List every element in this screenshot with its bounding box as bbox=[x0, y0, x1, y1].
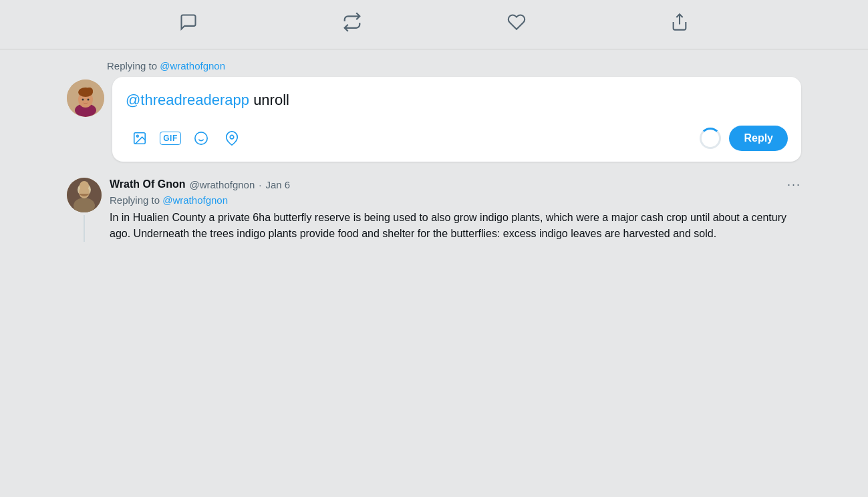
compose-mention: @threadreaderapp bbox=[126, 92, 249, 108]
loading-spinner bbox=[700, 128, 721, 149]
tweet-avatar-image bbox=[67, 178, 102, 212]
user-avatar-container bbox=[67, 79, 104, 117]
svg-point-10 bbox=[136, 135, 138, 137]
tweet-date: · bbox=[259, 179, 261, 190]
author-name: Wrath Of Gnon bbox=[110, 178, 185, 190]
compose-icon-group: GIF bbox=[126, 124, 246, 152]
more-options-icon[interactable]: ··· bbox=[787, 178, 801, 192]
tweet-body: In in Hualien County a private 6ha butte… bbox=[110, 210, 801, 242]
svg-point-7 bbox=[82, 99, 84, 101]
reply-button[interactable]: Reply bbox=[729, 126, 788, 151]
thread-line bbox=[84, 215, 85, 242]
image-button[interactable] bbox=[126, 124, 154, 152]
tweet-author-info: Wrath Of Gnon @wrathofgnon · Jan 6 bbox=[110, 178, 290, 190]
heart-icon[interactable] bbox=[507, 13, 526, 36]
svg-point-19 bbox=[80, 181, 89, 190]
gif-button[interactable]: GIF bbox=[156, 124, 184, 152]
reply-context-header: Replying to @wrathofgnon bbox=[0, 49, 868, 77]
compose-right-actions: Reply bbox=[700, 126, 788, 151]
comment-icon[interactable] bbox=[179, 13, 198, 36]
compose-area: @threadreaderapp unroll GIF bbox=[0, 77, 868, 162]
user-avatar bbox=[67, 79, 104, 117]
svg-point-14 bbox=[230, 135, 234, 139]
author-handle[interactable]: @wrathofgnon bbox=[189, 179, 255, 190]
retweet-icon[interactable] bbox=[342, 12, 362, 37]
image-icon bbox=[132, 131, 147, 146]
tweet-header: Wrath Of Gnon @wrathofgnon · Jan 6 ··· bbox=[110, 178, 801, 192]
tweet-avatar-wrapper bbox=[67, 178, 102, 242]
avatar-image bbox=[67, 79, 104, 117]
replying-to-label: Replying to bbox=[107, 60, 160, 71]
tweet-reply-context: Replying to @wrathofgnon bbox=[110, 194, 801, 206]
svg-point-8 bbox=[88, 99, 90, 101]
tweet-date-value: Jan 6 bbox=[265, 179, 290, 190]
location-button[interactable] bbox=[218, 124, 246, 152]
replying-to-mention[interactable]: @wrathofgnon bbox=[160, 60, 225, 71]
gif-icon: GIF bbox=[160, 132, 181, 145]
compose-box: @threadreaderapp unroll GIF bbox=[112, 77, 801, 162]
emoji-button[interactable] bbox=[187, 124, 215, 152]
compose-body-text: unroll bbox=[249, 92, 289, 108]
tweet-item: Wrath Of Gnon @wrathofgnon · Jan 6 ··· R… bbox=[0, 164, 868, 255]
compose-text: @threadreaderapp unroll bbox=[126, 90, 788, 111]
svg-point-6 bbox=[86, 88, 93, 94]
tweet-content: Wrath Of Gnon @wrathofgnon · Jan 6 ··· R… bbox=[110, 178, 801, 242]
share-icon[interactable] bbox=[670, 13, 689, 36]
action-bar bbox=[0, 0, 868, 49]
svg-point-11 bbox=[195, 132, 207, 144]
compose-actions: GIF bbox=[126, 124, 788, 152]
tweet-author-avatar bbox=[67, 178, 102, 212]
emoji-icon bbox=[194, 131, 208, 146]
location-icon bbox=[225, 131, 239, 146]
tweet-replying-label: Replying to bbox=[110, 194, 162, 206]
tweet-replying-mention[interactable]: @wrathofgnon bbox=[162, 194, 228, 206]
